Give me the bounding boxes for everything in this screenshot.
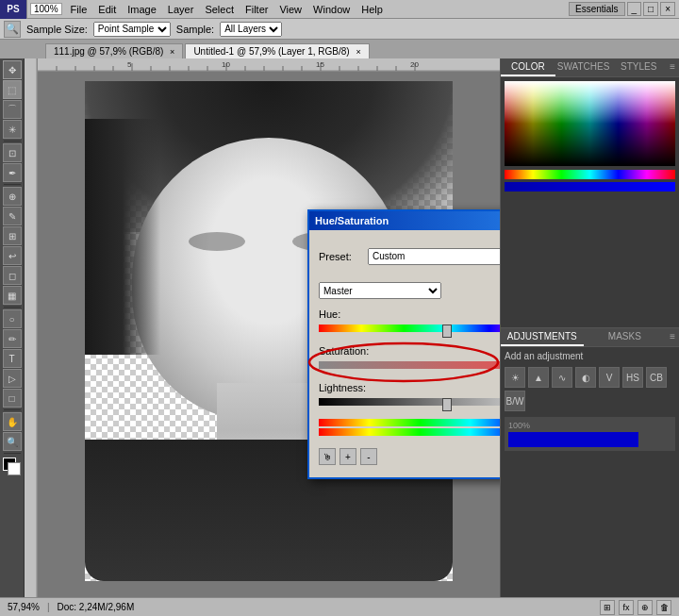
menu-view[interactable]: View	[273, 2, 307, 17]
eyedropper-icon: 🔍	[4, 21, 21, 38]
saturation-section: Saturation:	[319, 343, 500, 375]
history-brush[interactable]: ↩	[3, 246, 22, 265]
zoom-tool[interactable]: 🔍	[3, 432, 22, 451]
menu-image[interactable]: Image	[122, 2, 162, 17]
eyedropper-btn-2[interactable]: +	[340, 448, 356, 465]
curves-btn[interactable]: ∿	[552, 367, 572, 388]
shape-tool[interactable]: □	[3, 389, 22, 408]
hue-slider-panel[interactable]	[505, 170, 675, 179]
color-range-top	[319, 428, 500, 436]
dialog-titlebar: Hue/Saturation ×	[309, 211, 500, 230]
svg-text:15: 15	[316, 60, 324, 69]
preset-select[interactable]: Custom Default Cyanotype	[368, 248, 500, 265]
menu-bar: PS 100% File Edit Image Layer Select Fil…	[0, 0, 679, 19]
ruler-horizontal: 5 10 15 20	[38, 58, 500, 72]
eyedropper-tool[interactable]: ✒	[3, 163, 22, 182]
type-tool[interactable]: T	[3, 349, 22, 368]
tab-close-0[interactable]: ×	[170, 47, 174, 57]
color-value-panel[interactable]	[505, 182, 675, 191]
tab-untitled1[interactable]: Untitled-1 @ 57,9% (Layer 1, RGB/8) ×	[185, 43, 369, 58]
essentials-button[interactable]: Essentials	[569, 2, 625, 16]
maximize-button[interactable]: □	[643, 2, 658, 16]
menu-help[interactable]: Help	[356, 2, 389, 17]
path-select-tool[interactable]: ▷	[3, 369, 22, 388]
right-panel: COLOR SWATCHES STYLES ≡ ADJUSTMENTS MASK…	[500, 58, 679, 597]
menu-filter[interactable]: Filter	[240, 2, 273, 17]
svg-text:20: 20	[410, 60, 419, 69]
crop-tool[interactable]: ⊡	[3, 143, 22, 162]
document-tabs: 111.jpg @ 57,9% (RGB/8) × Untitled-1 @ 5…	[0, 40, 679, 58]
bw-btn[interactable]: B/W	[505, 391, 525, 411]
menu-file[interactable]: File	[65, 2, 93, 17]
menu-layer[interactable]: Layer	[162, 2, 200, 17]
tab-close-1[interactable]: ×	[356, 47, 360, 57]
minimize-button[interactable]: _	[627, 2, 642, 16]
tab-swatches[interactable]: SWATCHES	[555, 58, 612, 76]
tab-adjustments[interactable]: ADJUSTMENTS	[501, 328, 584, 346]
tab-111jpg[interactable]: 111.jpg @ 57,9% (RGB/8) ×	[45, 43, 183, 58]
eyedropper-btn-1[interactable]: 🖰	[319, 448, 336, 465]
status-bar: 57,94% | Doc: 2,24M/2,96M ⊞ fx ⊕ 🗑	[0, 597, 679, 616]
panel-menu-icon[interactable]: ≡	[666, 58, 679, 76]
hue-label: Hue:	[319, 308, 404, 320]
close-button[interactable]: ×	[660, 2, 675, 16]
levels-btn[interactable]: ▲	[528, 367, 549, 388]
exposure-btn[interactable]: ◐	[575, 367, 596, 388]
tab-styles[interactable]: STYLES	[611, 58, 666, 76]
lightness-section: Lightness:	[319, 380, 500, 411]
background-color[interactable]	[8, 462, 21, 475]
heal-tool[interactable]: ⊕	[3, 187, 22, 206]
hue-section: Hue:	[319, 307, 500, 338]
trash-btn[interactable]: 🗑	[656, 600, 671, 615]
dodge-tool[interactable]: ○	[3, 309, 22, 328]
colorbalance-btn[interactable]: CB	[646, 367, 667, 388]
add-adjustment-label: Add an adjustment	[505, 351, 675, 361]
lightness-thumb[interactable]	[442, 398, 452, 411]
hue-slider-track[interactable]	[319, 325, 500, 338]
brightness-contrast-btn[interactable]: ☀	[505, 367, 525, 388]
arrange-btn[interactable]: ⊞	[600, 600, 615, 615]
dialog-title: Hue/Saturation	[315, 215, 389, 226]
pen-tool[interactable]: ✏	[3, 329, 22, 348]
magic-wand-tool[interactable]: ✳	[3, 120, 22, 139]
hand-tool[interactable]: ✋	[3, 412, 22, 431]
lightness-slider-track[interactable]	[319, 398, 500, 411]
eyedropper-btn-3[interactable]: -	[360, 448, 377, 465]
adjustments-panel-body: Add an adjustment ☀ ▲ ∿ ◐ V HS CB B/W 10…	[501, 347, 679, 597]
color-panel-body	[501, 77, 679, 327]
zoom-btn[interactable]: fx	[619, 600, 634, 615]
saturation-slider-track[interactable]	[319, 361, 500, 375]
color-spectrum[interactable]	[505, 81, 675, 166]
sample-select[interactable]: All Layers	[220, 22, 282, 37]
lasso-tool[interactable]: ⌒	[3, 100, 22, 119]
layer-btn[interactable]: ⊕	[638, 600, 653, 615]
eraser-tool[interactable]: ◻	[3, 266, 22, 285]
sample-label: Sample:	[176, 24, 214, 35]
move-tool[interactable]: ✥	[3, 60, 22, 79]
samplesize-label: Sample Size:	[26, 24, 88, 35]
preset-label: Preset:	[319, 251, 364, 262]
tab-color[interactable]: COLOR	[501, 58, 555, 76]
toolbox: ✥ ⬚ ⌒ ✳ ⊡ ✒ ⊕ ✎ ⊞ ↩ ◻ ▦ ○ ✏ T ▷ □ ✋ 🔍	[0, 58, 25, 597]
clone-tool[interactable]: ⊞	[3, 226, 22, 245]
menu-edit[interactable]: Edit	[92, 2, 122, 17]
color-range-bottom	[319, 419, 500, 426]
zoom-indicator: 100%	[30, 3, 62, 15]
hue-saturation-dialog: Hue/Saturation × Preset: Custom Default …	[307, 209, 500, 479]
samplesize-select[interactable]: Point Sample	[93, 22, 171, 37]
options-bar: 🔍 Sample Size: Point Sample Sample: All …	[0, 19, 679, 40]
adj-panel-menu-icon[interactable]: ≡	[666, 328, 679, 346]
hue-sat-btn[interactable]: HS	[622, 367, 643, 388]
doc-size: Doc: 2,24M/2,96M	[58, 602, 135, 612]
channel-select[interactable]: Master RedsYellowsGreens	[319, 282, 441, 299]
hue-thumb[interactable]	[442, 325, 452, 338]
brush-tool[interactable]: ✎	[3, 207, 22, 225]
zoom-status: 57,94%	[8, 602, 40, 612]
menu-window[interactable]: Window	[307, 2, 356, 17]
vibrance-btn[interactable]: V	[599, 367, 620, 388]
menu-select[interactable]: Select	[199, 2, 240, 17]
gradient-tool[interactable]: ▦	[3, 286, 22, 305]
selection-tool[interactable]: ⬚	[3, 80, 22, 99]
tab-masks[interactable]: MASKS	[584, 328, 667, 346]
extra-box-1: 100%	[505, 417, 675, 451]
